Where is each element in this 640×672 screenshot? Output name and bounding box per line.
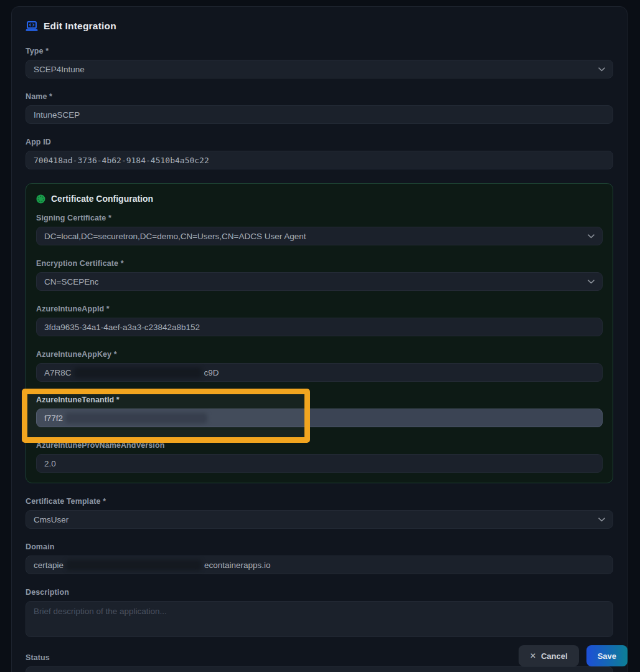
chevron-down-icon xyxy=(588,280,595,284)
domain-label: Domain xyxy=(26,542,613,551)
encryption-cert-value: CN=SCEPEnc xyxy=(44,277,98,286)
save-button[interactable]: Save xyxy=(586,645,628,666)
page: Edit Integration Type * SCEP4Intune Name… xyxy=(0,0,640,672)
save-button-label: Save xyxy=(598,651,616,661)
field-group-domain: Domain certapie econtainerapps.io xyxy=(26,542,613,574)
azure-app-id-input[interactable]: 3fda9635-34a1-4aef-a3a3-c23842a8b152 xyxy=(36,318,603,336)
redacted-text xyxy=(65,413,207,424)
chevron-down-icon xyxy=(588,234,595,239)
azure-app-id-label: AzureIntuneAppId * xyxy=(36,305,603,313)
azure-app-key-input[interactable]: A7R8C c9D xyxy=(36,363,603,382)
certificate-seal-icon xyxy=(36,194,45,204)
field-group-azure-prov: AzureIntuneProvNameAndVersion 2.0 xyxy=(36,441,603,473)
page-title: Edit Integration xyxy=(44,21,116,32)
type-select[interactable]: SCEP4Intune xyxy=(26,60,613,78)
field-group-type: Type * SCEP4Intune xyxy=(26,47,613,78)
app-id-input[interactable]: 700418ad-3736-4b62-9184-4510b4a50c22 xyxy=(26,151,613,169)
azure-app-key-label: AzureIntuneAppKey * xyxy=(36,350,603,359)
chevron-down-icon xyxy=(598,518,605,522)
name-input[interactable]: IntuneSCEP xyxy=(26,105,613,124)
certificate-configuration-section: Certificate Configuration Signing Certif… xyxy=(26,183,613,483)
card-header: Edit Integration xyxy=(26,21,613,32)
status-select[interactable]: Active xyxy=(26,666,613,672)
domain-prefix: certapie xyxy=(34,561,64,570)
signing-cert-value: DC=local,DC=securetron,DC=demo,CN=Users,… xyxy=(44,232,306,241)
redacted-text xyxy=(66,560,202,570)
field-group-description: Description xyxy=(26,588,613,640)
cancel-button[interactable]: ✕ Cancel xyxy=(519,645,579,666)
domain-input[interactable]: certapie econtainerapps.io xyxy=(26,556,613,574)
app-id-label: App ID xyxy=(26,138,613,146)
chevron-down-icon xyxy=(598,67,605,72)
name-label: Name * xyxy=(26,92,613,101)
azure-prov-value: 2.0 xyxy=(44,459,56,468)
field-group-azure-app-id: AzureIntuneAppId * 3fda9635-34a1-4aef-a3… xyxy=(36,305,603,336)
azure-tenant-id-label: AzureIntuneTenantId * xyxy=(36,395,603,404)
redacted-text xyxy=(74,367,202,378)
field-group-cert-template: Certificate Template * CmsUser xyxy=(26,497,613,529)
type-value: SCEP4Intune xyxy=(34,65,85,74)
cancel-button-label: Cancel xyxy=(541,651,568,661)
form-actions: ✕ Cancel Save xyxy=(519,645,628,666)
section-title: Certificate Configuration xyxy=(51,194,153,204)
domain-suffix: econtainerapps.io xyxy=(204,561,271,570)
field-group-name: Name * IntuneSCEP xyxy=(26,92,613,124)
laptop-code-icon xyxy=(26,21,38,32)
signing-cert-select[interactable]: DC=local,DC=securetron,DC=demo,CN=Users,… xyxy=(36,227,603,245)
encryption-cert-select[interactable]: CN=SCEPEnc xyxy=(36,272,603,291)
azure-app-id-value: 3fda9635-34a1-4aef-a3a3-c23842a8b152 xyxy=(44,323,200,332)
azure-app-key-suffix: c9D xyxy=(204,368,219,377)
section-header: Certificate Configuration xyxy=(36,194,603,204)
field-group-encryption-cert: Encryption Certificate * CN=SCEPEnc xyxy=(36,259,603,291)
cert-template-select[interactable]: CmsUser xyxy=(26,510,613,529)
field-group-azure-tenant-id: AzureIntuneTenantId * f77f2 xyxy=(36,395,603,427)
azure-app-key-prefix: A7R8C xyxy=(44,368,72,377)
azure-tenant-id-input[interactable]: f77f2 xyxy=(36,409,603,427)
app-id-value: 700418ad-3736-4b62-9184-4510b4a50c22 xyxy=(34,156,209,165)
signing-cert-label: Signing Certificate * xyxy=(36,214,603,222)
description-textarea[interactable] xyxy=(26,601,613,637)
azure-prov-input[interactable]: 2.0 xyxy=(36,454,603,473)
type-label: Type * xyxy=(26,47,613,55)
encryption-cert-label: Encryption Certificate * xyxy=(36,259,603,268)
name-value: IntuneSCEP xyxy=(34,110,80,120)
cert-template-label: Certificate Template * xyxy=(26,497,613,506)
description-label: Description xyxy=(26,588,613,597)
edit-integration-card: Edit Integration Type * SCEP4Intune Name… xyxy=(11,6,628,672)
azure-prov-label: AzureIntuneProvNameAndVersion xyxy=(36,441,603,450)
field-group-signing-cert: Signing Certificate * DC=local,DC=secure… xyxy=(36,214,603,245)
cert-template-value: CmsUser xyxy=(34,515,68,524)
field-group-azure-app-key: AzureIntuneAppKey * A7R8C c9D xyxy=(36,350,603,382)
azure-tenant-id-prefix: f77f2 xyxy=(44,414,63,423)
x-icon: ✕ xyxy=(530,651,536,660)
field-group-app-id: App ID 700418ad-3736-4b62-9184-4510b4a50… xyxy=(26,138,613,169)
